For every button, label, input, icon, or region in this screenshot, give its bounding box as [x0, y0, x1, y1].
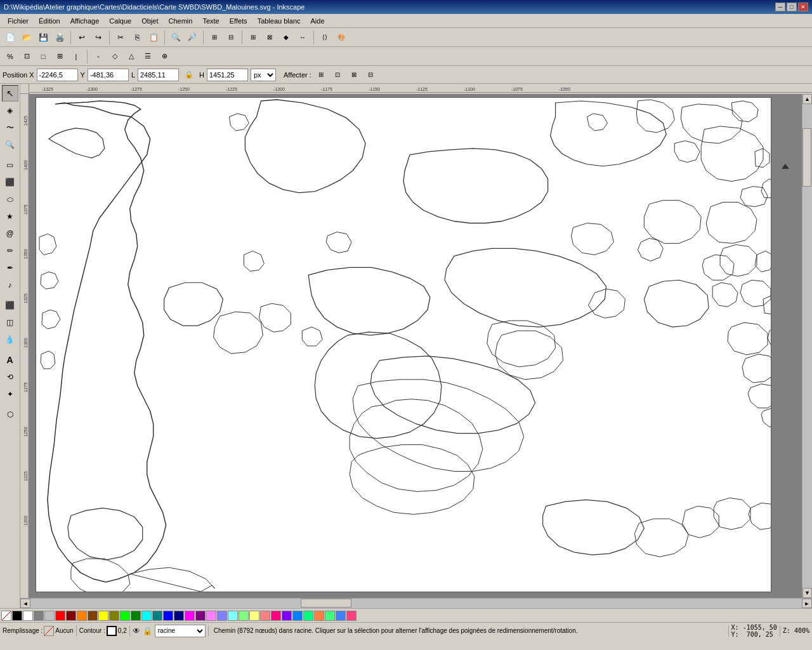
affecter-btn1[interactable]: ⊞: [314, 68, 328, 82]
node-snap1[interactable]: ◦: [91, 49, 106, 64]
color-spring[interactable]: [303, 611, 313, 621]
save-button[interactable]: 💾: [36, 30, 51, 45]
color-brown[interactable]: [88, 611, 98, 621]
color-purple[interactable]: [195, 611, 206, 621]
affecter-btn2[interactable]: ⊡: [331, 68, 344, 82]
color-navy[interactable]: [174, 611, 184, 621]
color-rose[interactable]: [271, 611, 281, 621]
menu-objet[interactable]: Objet: [136, 15, 163, 27]
color-lime[interactable]: [120, 611, 130, 621]
position-x-input[interactable]: [37, 69, 78, 81]
menu-calque[interactable]: Calque: [104, 15, 136, 27]
pencil-tool[interactable]: ✏: [2, 242, 18, 259]
color-orange[interactable]: [77, 611, 87, 621]
right-scrollbar[interactable]: ▲ ▼: [802, 94, 812, 598]
distribute-button[interactable]: ⊠: [262, 30, 277, 45]
color-light-green[interactable]: [239, 611, 249, 621]
snap-bbox[interactable]: □: [36, 49, 51, 64]
height-input[interactable]: [207, 69, 248, 81]
node-snap2[interactable]: ◇: [107, 49, 122, 64]
affecter-btn3[interactable]: ⊠: [347, 68, 361, 82]
position-y-input[interactable]: [88, 69, 129, 81]
scroll-track-h[interactable]: [30, 599, 802, 608]
node-snap4[interactable]: ☰: [140, 49, 155, 64]
connector-tool[interactable]: ⟲: [2, 369, 18, 385]
scroll-right-button[interactable]: ►: [802, 599, 812, 608]
zoom-out-button[interactable]: 🔎: [185, 30, 200, 45]
text-tool[interactable]: A: [2, 352, 18, 368]
eye-icon[interactable]: 👁: [133, 627, 140, 635]
color-silver[interactable]: [44, 611, 55, 621]
color-gray[interactable]: [34, 611, 44, 621]
color-green[interactable]: [131, 611, 141, 621]
eyedropper-tool[interactable]: ⬡: [2, 406, 18, 423]
gradient-tool[interactable]: ◫: [2, 314, 18, 331]
color-dark-red[interactable]: [66, 611, 76, 621]
color-amber[interactable]: [314, 611, 324, 621]
snap-grid[interactable]: ⊞: [52, 49, 67, 64]
tweak-tool[interactable]: 〜: [2, 119, 18, 136]
stroke-indicator[interactable]: [107, 626, 117, 636]
color-cyan[interactable]: [141, 611, 152, 621]
cut-button[interactable]: ✂: [113, 30, 128, 45]
color-light-cyan[interactable]: [228, 611, 238, 621]
close-button[interactable]: ✕: [798, 3, 808, 11]
snap-toggle[interactable]: %: [3, 49, 18, 64]
menu-effets[interactable]: Effets: [225, 15, 252, 27]
zoom-tool[interactable]: 🔍: [2, 136, 18, 153]
menu-aide[interactable]: Aide: [306, 15, 330, 27]
color-white[interactable]: [23, 611, 33, 621]
fill-stroke-button[interactable]: 🎨: [334, 30, 349, 45]
scroll-left-button[interactable]: ◄: [20, 599, 30, 608]
new-button[interactable]: 📄: [3, 30, 18, 45]
menu-texte[interactable]: Texte: [197, 15, 224, 27]
calligraphy-tool[interactable]: ♪: [2, 277, 18, 293]
color-none[interactable]: [1, 611, 11, 621]
pen-tool[interactable]: ✒: [2, 260, 18, 276]
menu-chemin[interactable]: Chemin: [163, 15, 197, 27]
minimize-button[interactable]: ─: [775, 3, 785, 11]
color-pink[interactable]: [206, 611, 216, 621]
color-peach[interactable]: [260, 611, 270, 621]
snap-nodes[interactable]: ⊡: [19, 49, 34, 64]
color-hot-pink[interactable]: [346, 611, 357, 621]
node-snap3[interactable]: △: [124, 49, 139, 64]
undo-button[interactable]: ↩: [74, 30, 89, 45]
zoom-in-button[interactable]: 🔍: [168, 30, 183, 45]
ungroup-button[interactable]: ⊟: [223, 30, 239, 45]
group-button[interactable]: ⊞: [207, 30, 222, 45]
print-button[interactable]: 🖨️: [52, 30, 67, 45]
node-editor-button[interactable]: ◆: [278, 30, 294, 45]
width-input[interactable]: [138, 69, 179, 81]
scroll-up-button[interactable]: ▲: [802, 94, 812, 104]
canvas-scroll[interactable]: [29, 94, 802, 598]
color-olive[interactable]: [109, 611, 119, 621]
color-blue[interactable]: [163, 611, 173, 621]
h-scrollbar[interactable]: ◄ ►: [20, 598, 812, 608]
3d-box-tool[interactable]: ⬛: [2, 174, 18, 190]
color-magenta[interactable]: [185, 611, 195, 621]
color-mint[interactable]: [325, 611, 335, 621]
menu-fichier[interactable]: Fichier: [3, 15, 34, 27]
color-light-blue[interactable]: [217, 611, 227, 621]
color-cerulean[interactable]: [336, 611, 346, 621]
align-button[interactable]: ⊞: [246, 30, 261, 45]
affecter-btn4[interactable]: ⊟: [363, 68, 377, 82]
menu-tableau-blanc[interactable]: Tableau blanc: [252, 15, 306, 27]
transform-button[interactable]: ↔: [295, 30, 310, 45]
drawing-canvas[interactable]: [36, 97, 771, 592]
dropper-tool[interactable]: 💧: [2, 331, 18, 348]
scroll-thumb-v[interactable]: [802, 128, 811, 186]
scroll-track-v[interactable]: [802, 104, 812, 588]
node-tool[interactable]: ◈: [2, 102, 18, 119]
lock-ratio-button[interactable]: 🔒: [181, 67, 197, 83]
spray-tool[interactable]: ✦: [2, 386, 18, 402]
fill-indicator[interactable]: [44, 626, 54, 636]
redo-button[interactable]: ↪: [91, 30, 106, 45]
color-teal[interactable]: [152, 611, 162, 621]
node-snap5[interactable]: ⊕: [157, 49, 172, 64]
menu-edition[interactable]: Édition: [34, 15, 65, 27]
layer-select[interactable]: racine: [155, 625, 206, 637]
scroll-down-button[interactable]: ▼: [802, 588, 812, 598]
spiral-tool[interactable]: @: [2, 225, 18, 242]
